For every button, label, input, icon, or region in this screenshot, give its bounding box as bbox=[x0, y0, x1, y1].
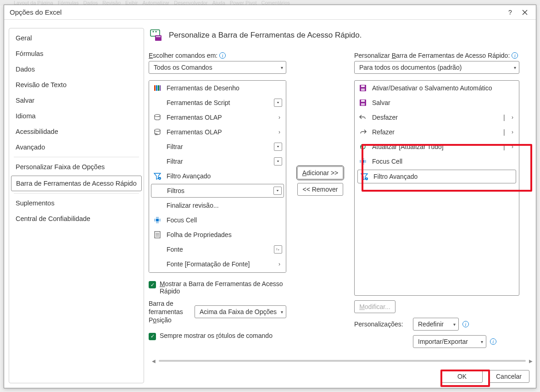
list-item[interactable]: Filtros bbox=[151, 184, 284, 198]
sidebar-item[interactable]: Barra de Ferramentas de Acesso Rápido bbox=[11, 176, 142, 191]
close-button[interactable] bbox=[518, 6, 532, 19]
sidebar-item[interactable]: Revisão de Texto bbox=[9, 77, 144, 93]
svg-rect-31 bbox=[365, 160, 366, 163]
split-separator-icon: | bbox=[503, 114, 505, 121]
scroll-left-arrow[interactable]: ◀ bbox=[150, 359, 157, 364]
list-item[interactable]: Salvar bbox=[355, 95, 519, 110]
commands-column: Escolher comandos em: i Todos os Comando… bbox=[149, 52, 286, 340]
show-labels-checkbox-row[interactable]: ✓ Sempre mostrar os rótulos de comando bbox=[149, 332, 286, 340]
expand-dropdown-icon bbox=[274, 99, 282, 107]
svg-rect-15 bbox=[159, 219, 161, 221]
remove-button[interactable]: << Remover bbox=[297, 183, 343, 196]
list-item[interactable]: Atualizar [Atualizar Tudo]|› bbox=[355, 139, 519, 154]
list-item[interactable]: Filtrar bbox=[149, 139, 286, 154]
blank-icon bbox=[153, 186, 162, 195]
show-labels-label: Sempre mostrar os rótulos de comando bbox=[160, 332, 273, 339]
refresh-icon bbox=[358, 142, 367, 151]
sidebar-item[interactable]: Salvar bbox=[9, 93, 144, 108]
commands-listbox[interactable]: Ferramentas de DesenhoFerramentas de Scr… bbox=[149, 80, 286, 273]
checkbox-checked-icon: ✓ bbox=[149, 333, 156, 340]
blank-icon bbox=[153, 98, 162, 107]
list-item-label: Filtro Avançado bbox=[373, 173, 514, 180]
list-item[interactable]: FonteI bbox=[149, 242, 286, 257]
scroll-right-arrow[interactable]: ▶ bbox=[528, 359, 534, 364]
info-icon[interactable]: i bbox=[462, 321, 469, 327]
svg-rect-3 bbox=[155, 35, 161, 41]
toolbar-position-combo[interactable]: Acima da Faixa de Opções ▾ bbox=[195, 305, 286, 318]
show-qat-checkbox-row[interactable]: ✓ Mostrar a Barra de Ferramentas de Aces… bbox=[149, 280, 286, 295]
sidebar-list: GeralFórmulasDadosRevisão de TextoSalvar… bbox=[9, 28, 144, 383]
sidebar-item[interactable]: Central de Confiabilidade bbox=[9, 211, 144, 226]
excel-options-dialog: Opções do Excel ? GeralFórmulasDadosRevi… bbox=[4, 5, 536, 388]
svg-rect-16 bbox=[156, 217, 159, 218]
sidebar-item[interactable]: Avançado bbox=[9, 139, 144, 155]
svg-rect-30 bbox=[360, 160, 361, 163]
qat-listbox[interactable]: Ativar/Desativar o Salvamento Automático… bbox=[354, 80, 519, 296]
list-item[interactable]: Finalizar revisão... bbox=[149, 198, 286, 213]
blank-icon bbox=[153, 201, 162, 210]
sidebar: GeralFórmulasDadosRevisão de TextoSalvar… bbox=[4, 20, 149, 388]
svg-text:I: I bbox=[277, 248, 278, 251]
choose-commands-combo[interactable]: Todos os Comandos ▾ bbox=[149, 61, 286, 74]
ok-button[interactable]: OK bbox=[441, 370, 483, 383]
funnel-adv-icon bbox=[360, 172, 369, 181]
list-item[interactable]: Filtrar bbox=[149, 154, 286, 169]
olap-fx-icon: fx bbox=[153, 127, 162, 137]
list-item-label: Ferramentas de Desenho bbox=[167, 84, 282, 92]
sidebar-item[interactable]: Acessibilidade bbox=[9, 124, 144, 139]
list-item[interactable]: Filtro Avançado bbox=[357, 170, 516, 183]
scroll-track[interactable] bbox=[159, 360, 526, 362]
list-item[interactable]: Folha de Propriedades bbox=[149, 227, 286, 242]
redo-icon bbox=[358, 127, 367, 137]
list-item[interactable]: Desfazer|› bbox=[355, 110, 519, 125]
svg-rect-14 bbox=[154, 219, 156, 221]
chevron-down-icon: ▾ bbox=[453, 322, 456, 327]
list-item[interactable]: Filtro Avançado bbox=[149, 169, 286, 183]
list-item-label: Ferramentas OLAP bbox=[167, 128, 272, 136]
customize-qat-combo[interactable]: Para todos os documentos (padrão) ▾ bbox=[354, 61, 519, 74]
qat-header-icon bbox=[149, 28, 163, 43]
list-item-label: Focus Cell bbox=[167, 216, 282, 224]
reset-button[interactable]: Redefinir▾ bbox=[413, 318, 459, 331]
svg-rect-5 bbox=[154, 85, 156, 91]
add-button[interactable]: Adicionar >> bbox=[297, 166, 344, 179]
sidebar-item[interactable]: Suplementos bbox=[9, 195, 144, 211]
list-item-label: Ativar/Desativar o Salvamento Automático bbox=[372, 84, 515, 92]
list-item[interactable]: fxFerramentas OLAP› bbox=[149, 125, 286, 139]
checkbox-checked-icon: ✓ bbox=[149, 281, 156, 288]
list-item[interactable]: Ferramentas de Desenho bbox=[149, 81, 286, 95]
svg-rect-29 bbox=[362, 160, 364, 163]
qat-column: Personalizar Barra de Ferramentas de Ace… bbox=[354, 52, 519, 348]
horizontal-scrollbar[interactable]: ◀ ▶ bbox=[149, 358, 536, 364]
list-item[interactable]: Focus Cell bbox=[149, 213, 286, 227]
sidebar-item[interactable]: Dados bbox=[9, 61, 144, 77]
list-item[interactable]: Ferramentas de Script bbox=[149, 95, 286, 110]
list-item[interactable]: Ativar/Desativar o Salvamento Automático bbox=[355, 81, 519, 95]
list-item[interactable]: Fonte [Formatação de Fonte]› bbox=[149, 257, 286, 271]
chevron-right-icon: › bbox=[277, 129, 282, 135]
list-item-label: Filtrar bbox=[167, 143, 269, 150]
cancel-button[interactable]: Cancelar bbox=[488, 370, 529, 383]
list-item-label: Ferramentas de Script bbox=[167, 99, 269, 106]
info-icon[interactable]: i bbox=[490, 338, 496, 345]
list-item[interactable]: Refazer|› bbox=[355, 125, 519, 139]
customizations-label: Personalizações: bbox=[354, 320, 409, 328]
list-item[interactable]: Ferramentas OLAP› bbox=[149, 110, 286, 125]
info-icon[interactable]: i bbox=[512, 52, 518, 59]
svg-rect-28 bbox=[361, 103, 365, 105]
list-item[interactable]: Focus Cell bbox=[355, 154, 519, 169]
svg-rect-33 bbox=[362, 163, 364, 165]
svg-rect-13 bbox=[156, 219, 159, 221]
sidebar-item[interactable]: Fórmulas bbox=[9, 46, 144, 61]
help-button[interactable]: ? bbox=[503, 6, 518, 19]
import-export-button[interactable]: Importar/Exportar▾ bbox=[413, 335, 486, 348]
sidebar-item[interactable]: Idioma bbox=[9, 108, 144, 124]
sidebar-item[interactable]: Geral bbox=[9, 30, 144, 46]
list-item[interactable]: Fontes [Fontes do Tema]› bbox=[149, 271, 286, 273]
info-icon[interactable]: i bbox=[219, 52, 226, 59]
list-item-label: Salvar bbox=[372, 99, 515, 106]
svg-rect-8 bbox=[160, 85, 161, 91]
customize-qat-value: Para todos os documentos (padrão) bbox=[359, 64, 462, 71]
list-item-label: Atualizar [Atualizar Tudo] bbox=[372, 143, 499, 150]
sidebar-item[interactable]: Personalizar Faixa de Opções bbox=[9, 159, 144, 175]
